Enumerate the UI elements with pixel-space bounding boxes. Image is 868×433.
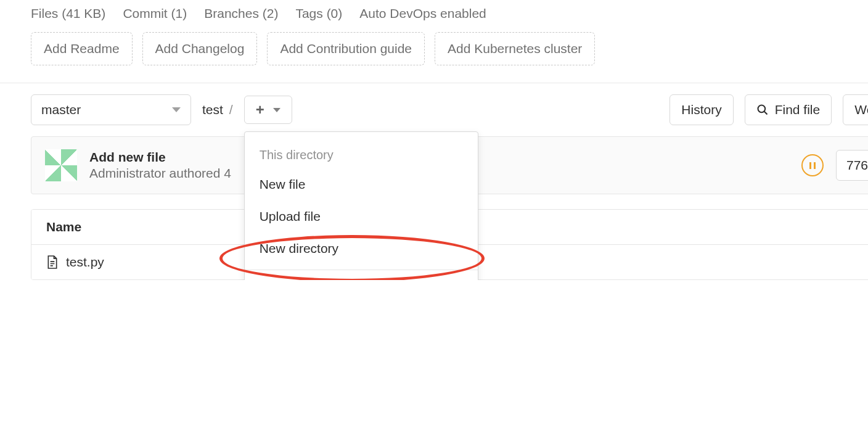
history-button-label: History	[681, 102, 721, 117]
add-readme-button[interactable]: Add Readme	[31, 32, 133, 65]
add-contribution-guide-button[interactable]: Add Contribution guide	[267, 32, 425, 65]
stats-commit[interactable]: Commit (1)	[123, 6, 187, 21]
breadcrumb: test /	[202, 102, 233, 117]
add-dropdown-menu: This directory New file Upload file New …	[244, 131, 478, 280]
project-stats: Files (41 KB) Commit (1) Branches (2) Ta…	[31, 0, 868, 32]
add-dropdown-button[interactable]: +	[244, 96, 292, 124]
breadcrumb-separator: /	[229, 102, 233, 117]
history-button[interactable]: History	[669, 94, 733, 125]
file-icon	[46, 255, 59, 270]
svg-point-0	[758, 105, 765, 113]
web-ide-button[interactable]: Web	[843, 94, 868, 125]
add-changelog-button[interactable]: Add Changelog	[142, 32, 258, 65]
menu-upload-file[interactable]: Upload file	[245, 200, 478, 233]
chevron-down-icon	[273, 108, 280, 112]
menu-new-file[interactable]: New file	[245, 168, 478, 200]
commit-sha[interactable]: 776	[836, 150, 868, 181]
branch-select[interactable]: master	[31, 94, 191, 125]
dropdown-divider	[245, 270, 478, 270]
dropdown-section-directory: This directory	[245, 139, 478, 168]
pause-icon	[809, 162, 816, 169]
branch-select-label: master	[41, 102, 81, 117]
stats-files[interactable]: Files (41 KB)	[31, 6, 105, 21]
menu-new-directory[interactable]: New directory	[245, 233, 478, 265]
add-buttons-row: Add Readme Add Changelog Add Contributio…	[31, 32, 868, 83]
stats-tags[interactable]: Tags (0)	[295, 6, 342, 21]
search-icon	[756, 104, 769, 116]
stats-devops[interactable]: Auto DevOps enabled	[359, 6, 486, 21]
find-file-button-label: Find file	[775, 102, 821, 117]
breadcrumb-path[interactable]: test	[202, 102, 223, 117]
chevron-down-icon	[172, 107, 181, 112]
avatar	[45, 149, 77, 181]
file-name: test.py	[66, 255, 104, 270]
controls-row: master test / + This directory New file …	[31, 83, 868, 136]
add-kubernetes-cluster-button[interactable]: Add Kubernetes cluster	[435, 32, 595, 65]
dropdown-section-repository: This repository	[245, 275, 478, 280]
pipeline-status-icon[interactable]	[801, 154, 824, 176]
svg-line-1	[764, 112, 767, 115]
plus-icon: +	[256, 102, 264, 117]
stats-branches[interactable]: Branches (2)	[204, 6, 278, 21]
web-ide-button-label: Web	[854, 102, 868, 117]
find-file-button[interactable]: Find file	[745, 94, 832, 125]
